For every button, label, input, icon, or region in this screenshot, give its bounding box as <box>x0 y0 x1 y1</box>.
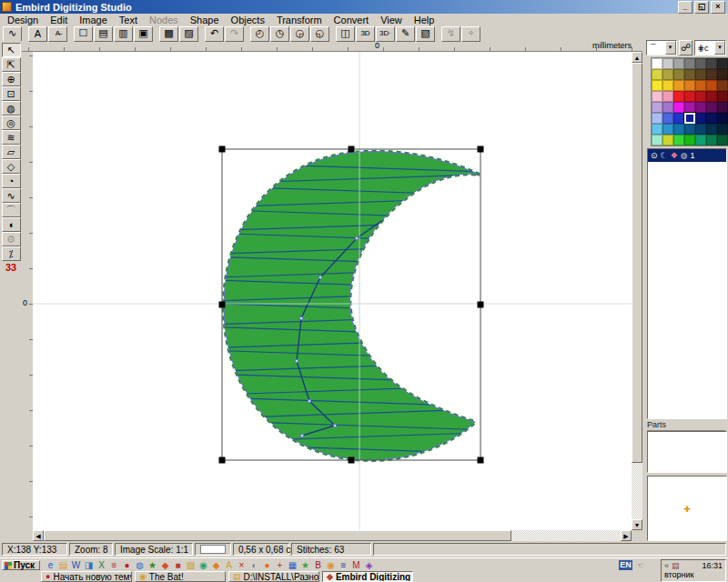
vertical-scrollbar[interactable]: ▲ ▼ <box>632 52 642 530</box>
palette-color-32[interactable] <box>695 102 706 113</box>
menu-design[interactable]: Design <box>7 15 38 25</box>
chevron-down-icon[interactable]: ▼ <box>665 41 676 55</box>
selection-handle[interactable] <box>478 146 484 153</box>
vertical-scroll-thumb[interactable] <box>632 63 642 463</box>
palette-color-36[interactable] <box>662 113 673 124</box>
selection-handle[interactable] <box>219 457 226 464</box>
selection-handle[interactable] <box>478 302 484 308</box>
menu-edit[interactable]: Edit <box>50 15 67 25</box>
palette-color-49[interactable] <box>652 135 662 146</box>
palette-color-30[interactable] <box>673 102 684 113</box>
quick-launch-icon-2[interactable]: W <box>71 560 81 570</box>
palette-color-28[interactable] <box>652 102 662 113</box>
palette-color-41[interactable] <box>717 113 728 124</box>
palette-color-20[interactable] <box>717 80 728 91</box>
quick-launch-icon-18[interactable]: + <box>275 560 285 570</box>
gauge-1-button[interactable]: ◴ <box>250 26 269 42</box>
menu-view[interactable]: View <box>380 15 402 25</box>
quick-launch-icon-22[interactable]: ◉ <box>326 560 336 570</box>
gauge-2-button[interactable]: ◷ <box>270 26 289 42</box>
palette-color-39[interactable] <box>695 113 706 124</box>
import-design-button[interactable]: ▥ <box>114 26 133 42</box>
palette-color-13[interactable] <box>717 69 728 80</box>
outline-circle-tool-button[interactable]: ◎ <box>2 115 21 130</box>
palette-color-44[interactable] <box>673 124 684 135</box>
quick-launch-icon-16[interactable]: ◐ <box>249 560 259 570</box>
quick-launch-icon-11[interactable]: ▨ <box>186 560 196 570</box>
palette-color-53[interactable] <box>695 135 706 146</box>
arc-style-dropdown[interactable]: ⌒ ▼ <box>646 40 677 55</box>
menu-transform[interactable]: Transform <box>277 15 322 25</box>
palette-color-43[interactable] <box>662 124 673 135</box>
region-tool-button[interactable]: ◔ <box>2 174 21 188</box>
palette-color-23[interactable] <box>673 91 684 102</box>
palette-color-45[interactable] <box>684 124 695 135</box>
palette-color-47[interactable] <box>706 124 717 135</box>
palette-color-12[interactable] <box>706 69 717 80</box>
language-indicator[interactable]: EN <box>619 560 632 570</box>
menu-shape[interactable]: Shape <box>190 15 219 25</box>
view-3d-button[interactable]: 3D <box>356 26 375 42</box>
stitch-3d-button[interactable]: 3D· <box>376 26 395 42</box>
quick-launch-icon-21[interactable]: B <box>313 560 323 570</box>
paste-button[interactable]: ▨ <box>179 26 198 42</box>
design-canvas[interactable] <box>33 52 632 530</box>
palette-color-1[interactable] <box>662 58 673 69</box>
task-button[interactable]: ◉The Bat! <box>135 571 226 582</box>
palette-color-11[interactable] <box>695 69 706 80</box>
text-tool-button[interactable]: A <box>28 26 47 42</box>
edit-nodes-tool-button[interactable]: ⇱ <box>2 57 21 72</box>
palette-color-52[interactable] <box>684 135 695 146</box>
pattern-dropdown[interactable]: ⋕c ▼ <box>694 40 726 55</box>
palette-color-33[interactable] <box>706 102 717 113</box>
quick-launch-icon-15[interactable]: × <box>237 560 247 570</box>
zoom-actual-tool-button[interactable]: ⊡ <box>2 86 21 101</box>
palette-color-34[interactable] <box>717 102 728 113</box>
outline-shape-tool-button[interactable]: ◇ <box>2 159 21 174</box>
palette-color-3[interactable] <box>684 58 695 69</box>
quick-launch-icon-25[interactable]: ◈ <box>364 560 374 570</box>
palette-color-10[interactable] <box>684 69 695 80</box>
quick-launch-icon-5[interactable]: ≡ <box>109 560 119 570</box>
quick-launch-icon-8[interactable]: ★ <box>147 560 157 570</box>
arc-tool-button[interactable]: ⌒ <box>2 203 21 217</box>
menu-help[interactable]: Help <box>414 15 435 25</box>
palette-color-16[interactable] <box>673 80 684 91</box>
palette-color-38[interactable] <box>684 113 695 124</box>
palette-color-37[interactable] <box>673 113 684 124</box>
palette-color-25[interactable] <box>695 91 706 102</box>
chevron-down-icon[interactable]: ▼ <box>714 41 725 55</box>
palette-color-46[interactable] <box>695 124 706 135</box>
save-design-button[interactable]: ▣ <box>134 26 153 42</box>
crescent-design[interactable] <box>33 52 632 530</box>
text-transform-button[interactable]: A̶ <box>48 26 67 42</box>
selection-handle[interactable] <box>349 457 355 464</box>
task-button[interactable]: ◆Embird Digitizing Stud... <box>322 571 413 582</box>
palette-color-0[interactable] <box>652 58 662 69</box>
palette-color-27[interactable] <box>717 91 728 102</box>
gauge-3-button[interactable]: ◶ <box>290 26 309 42</box>
visibility-eye-icon[interactable]: ⊙ <box>651 151 658 160</box>
scroll-down-button[interactable]: ▼ <box>632 519 642 530</box>
palette-color-42[interactable] <box>652 124 662 135</box>
palette-color-31[interactable] <box>684 102 695 113</box>
quick-launch-icon-10[interactable]: ■ <box>173 560 183 570</box>
scroll-right-button[interactable]: ▶ <box>621 530 632 541</box>
objects-list[interactable]: ⊙ ☾ ❖ ◍ 1 <box>647 148 727 419</box>
hand-icon[interactable]: ☜ <box>636 560 644 570</box>
brush-mode-button[interactable]: ✎ <box>396 26 415 42</box>
scroll-up-button[interactable]: ▲ <box>632 52 642 63</box>
image-mode-button[interactable]: ▧ <box>416 26 435 42</box>
window-3d-button[interactable]: ◫ <box>336 26 355 42</box>
horizontal-scrollbar[interactable]: ◀ ▶ <box>33 530 632 541</box>
palette-color-8[interactable] <box>662 69 673 80</box>
tray-chevron[interactable]: « <box>664 561 669 570</box>
parts-list[interactable] <box>647 431 727 473</box>
menu-objects[interactable]: Objects <box>231 15 265 25</box>
palette-color-9[interactable] <box>673 69 684 80</box>
palette-color-19[interactable] <box>706 80 717 91</box>
palette-color-15[interactable] <box>662 80 673 91</box>
select-tool-button[interactable]: ↖ <box>2 43 21 57</box>
quick-launch-icon-24[interactable]: M <box>351 560 361 570</box>
fill-shape-tool-button[interactable]: ◍ <box>2 101 21 115</box>
